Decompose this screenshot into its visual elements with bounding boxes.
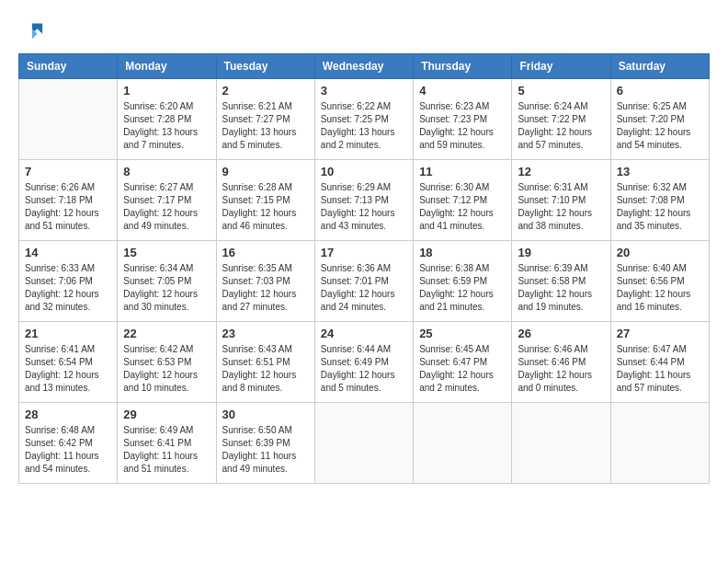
day-number: 9 (222, 165, 309, 178)
day-cell (314, 403, 413, 484)
day-number: 26 (518, 327, 604, 340)
day-info: Sunrise: 6:33 AM Sunset: 7:06 PM Dayligh… (25, 262, 111, 314)
day-info: Sunrise: 6:46 AM Sunset: 6:46 PM Dayligh… (518, 343, 604, 395)
day-number: 16 (222, 246, 309, 259)
day-cell: 15Sunrise: 6:34 AM Sunset: 7:05 PM Dayli… (118, 241, 216, 322)
day-number: 11 (419, 165, 506, 178)
day-cell: 12Sunrise: 6:31 AM Sunset: 7:10 PM Dayli… (512, 160, 610, 241)
day-number: 22 (123, 327, 210, 340)
day-cell: 24Sunrise: 6:44 AM Sunset: 6:49 PM Dayli… (314, 322, 413, 403)
day-number: 17 (321, 246, 407, 259)
day-number: 20 (617, 246, 703, 259)
weekday-header-tuesday: Tuesday (216, 54, 314, 79)
day-info: Sunrise: 6:47 AM Sunset: 6:44 PM Dayligh… (617, 343, 703, 395)
week-row-4: 21Sunrise: 6:41 AM Sunset: 6:54 PM Dayli… (19, 322, 710, 403)
day-cell: 9Sunrise: 6:28 AM Sunset: 7:15 PM Daylig… (216, 160, 314, 241)
day-cell: 21Sunrise: 6:41 AM Sunset: 6:54 PM Dayli… (19, 322, 118, 403)
day-number: 7 (25, 165, 111, 178)
day-cell: 8Sunrise: 6:27 AM Sunset: 7:17 PM Daylig… (118, 160, 216, 241)
day-info: Sunrise: 6:21 AM Sunset: 7:27 PM Dayligh… (222, 100, 309, 152)
day-number: 15 (123, 246, 210, 259)
day-cell: 30Sunrise: 6:50 AM Sunset: 6:39 PM Dayli… (216, 403, 314, 484)
day-info: Sunrise: 6:20 AM Sunset: 7:28 PM Dayligh… (123, 100, 210, 152)
day-info: Sunrise: 6:32 AM Sunset: 7:08 PM Dayligh… (617, 181, 703, 233)
day-info: Sunrise: 6:34 AM Sunset: 7:05 PM Dayligh… (123, 262, 210, 314)
day-info: Sunrise: 6:24 AM Sunset: 7:22 PM Dayligh… (518, 100, 604, 152)
weekday-header-sunday: Sunday (19, 54, 118, 79)
day-info: Sunrise: 6:44 AM Sunset: 6:49 PM Dayligh… (321, 343, 407, 395)
day-info: Sunrise: 6:48 AM Sunset: 6:42 PM Dayligh… (25, 424, 111, 476)
day-cell: 1Sunrise: 6:20 AM Sunset: 7:28 PM Daylig… (118, 79, 216, 160)
day-info: Sunrise: 6:29 AM Sunset: 7:13 PM Dayligh… (321, 181, 407, 233)
day-info: Sunrise: 6:42 AM Sunset: 6:53 PM Dayligh… (123, 343, 210, 395)
day-info: Sunrise: 6:30 AM Sunset: 7:12 PM Dayligh… (419, 181, 506, 233)
day-number: 30 (222, 408, 309, 421)
day-cell: 27Sunrise: 6:47 AM Sunset: 6:44 PM Dayli… (610, 322, 709, 403)
day-info: Sunrise: 6:40 AM Sunset: 6:56 PM Dayligh… (617, 262, 703, 314)
day-number: 13 (617, 165, 703, 178)
logo-icon (18, 18, 44, 44)
day-cell (512, 403, 610, 484)
week-row-2: 7Sunrise: 6:26 AM Sunset: 7:18 PM Daylig… (19, 160, 710, 241)
day-info: Sunrise: 6:39 AM Sunset: 6:58 PM Dayligh… (518, 262, 604, 314)
day-cell: 19Sunrise: 6:39 AM Sunset: 6:58 PM Dayli… (512, 241, 610, 322)
day-number: 6 (617, 84, 703, 98)
day-cell: 10Sunrise: 6:29 AM Sunset: 7:13 PM Dayli… (314, 160, 413, 241)
day-info: Sunrise: 6:27 AM Sunset: 7:17 PM Dayligh… (123, 181, 210, 233)
day-cell: 3Sunrise: 6:22 AM Sunset: 7:25 PM Daylig… (314, 79, 413, 160)
week-row-1: 1Sunrise: 6:20 AM Sunset: 7:28 PM Daylig… (19, 79, 710, 160)
day-info: Sunrise: 6:22 AM Sunset: 7:25 PM Dayligh… (321, 100, 407, 152)
day-cell: 28Sunrise: 6:48 AM Sunset: 6:42 PM Dayli… (19, 403, 118, 484)
day-cell: 17Sunrise: 6:36 AM Sunset: 7:01 PM Dayli… (314, 241, 413, 322)
calendar-table: SundayMondayTuesdayWednesdayThursdayFrid… (18, 53, 710, 484)
day-number: 3 (321, 84, 407, 98)
day-cell (610, 403, 709, 484)
day-number: 27 (617, 327, 703, 340)
day-cell: 13Sunrise: 6:32 AM Sunset: 7:08 PM Dayli… (610, 160, 709, 241)
day-cell: 16Sunrise: 6:35 AM Sunset: 7:03 PM Dayli… (216, 241, 314, 322)
day-cell: 18Sunrise: 6:38 AM Sunset: 6:59 PM Dayli… (414, 241, 512, 322)
day-cell: 23Sunrise: 6:43 AM Sunset: 6:51 PM Dayli… (216, 322, 314, 403)
day-cell (19, 79, 118, 160)
week-row-5: 28Sunrise: 6:48 AM Sunset: 6:42 PM Dayli… (19, 403, 710, 484)
day-number: 2 (222, 84, 309, 98)
day-cell: 20Sunrise: 6:40 AM Sunset: 6:56 PM Dayli… (610, 241, 709, 322)
day-cell: 14Sunrise: 6:33 AM Sunset: 7:06 PM Dayli… (19, 241, 118, 322)
day-info: Sunrise: 6:31 AM Sunset: 7:10 PM Dayligh… (518, 181, 604, 233)
weekday-header-thursday: Thursday (414, 54, 512, 79)
day-cell: 22Sunrise: 6:42 AM Sunset: 6:53 PM Dayli… (118, 322, 216, 403)
weekday-header-saturday: Saturday (610, 54, 709, 79)
day-info: Sunrise: 6:25 AM Sunset: 7:20 PM Dayligh… (617, 100, 703, 152)
day-number: 12 (518, 165, 604, 178)
day-number: 5 (518, 84, 604, 98)
day-info: Sunrise: 6:50 AM Sunset: 6:39 PM Dayligh… (222, 424, 309, 476)
logo (18, 18, 48, 44)
day-number: 10 (321, 165, 407, 178)
day-number: 28 (25, 408, 111, 421)
week-row-3: 14Sunrise: 6:33 AM Sunset: 7:06 PM Dayli… (19, 241, 710, 322)
day-cell: 7Sunrise: 6:26 AM Sunset: 7:18 PM Daylig… (19, 160, 118, 241)
day-number: 18 (419, 246, 506, 259)
day-info: Sunrise: 6:23 AM Sunset: 7:23 PM Dayligh… (419, 100, 506, 152)
day-number: 23 (222, 327, 309, 340)
weekday-header-row: SundayMondayTuesdayWednesdayThursdayFrid… (19, 54, 710, 79)
day-number: 21 (25, 327, 111, 340)
day-cell: 11Sunrise: 6:30 AM Sunset: 7:12 PM Dayli… (414, 160, 512, 241)
day-number: 1 (123, 84, 210, 98)
day-number: 4 (419, 84, 506, 98)
day-info: Sunrise: 6:26 AM Sunset: 7:18 PM Dayligh… (25, 181, 111, 233)
day-cell: 25Sunrise: 6:45 AM Sunset: 6:47 PM Dayli… (414, 322, 512, 403)
day-number: 29 (123, 408, 210, 421)
day-info: Sunrise: 6:28 AM Sunset: 7:15 PM Dayligh… (222, 181, 309, 233)
day-number: 14 (25, 246, 111, 259)
page-header (18, 18, 710, 44)
day-number: 24 (321, 327, 407, 340)
day-info: Sunrise: 6:36 AM Sunset: 7:01 PM Dayligh… (321, 262, 407, 314)
day-cell: 4Sunrise: 6:23 AM Sunset: 7:23 PM Daylig… (414, 79, 512, 160)
day-info: Sunrise: 6:49 AM Sunset: 6:41 PM Dayligh… (123, 424, 210, 476)
day-info: Sunrise: 6:41 AM Sunset: 6:54 PM Dayligh… (25, 343, 111, 395)
day-cell: 6Sunrise: 6:25 AM Sunset: 7:20 PM Daylig… (610, 79, 709, 160)
weekday-header-friday: Friday (512, 54, 610, 79)
day-cell: 5Sunrise: 6:24 AM Sunset: 7:22 PM Daylig… (512, 79, 610, 160)
day-info: Sunrise: 6:35 AM Sunset: 7:03 PM Dayligh… (222, 262, 309, 314)
